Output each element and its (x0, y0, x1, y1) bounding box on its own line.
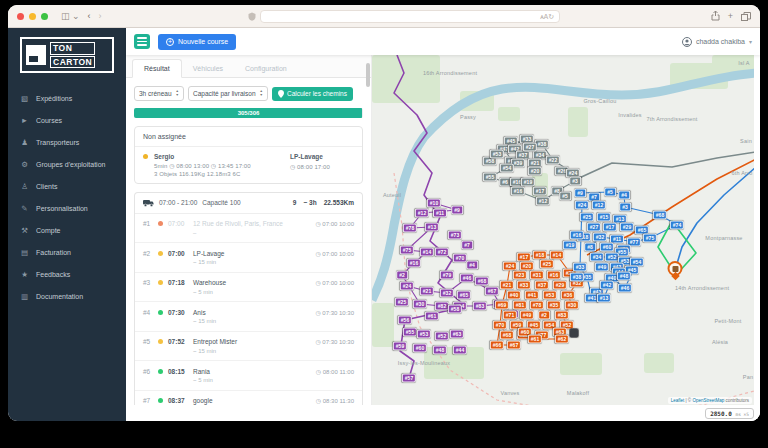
depot-marker[interactable] (668, 261, 683, 279)
stop-marker[interactable]: #14 (550, 251, 564, 260)
stop-marker[interactable]: #5 (604, 188, 616, 197)
stop-marker[interactable]: #79 (440, 271, 454, 280)
stop-marker[interactable]: #35 (547, 301, 561, 310)
stop-marker[interactable]: #12 (592, 201, 606, 210)
back-icon[interactable]: ‹ (88, 12, 91, 21)
forward-icon[interactable]: › (99, 12, 102, 21)
stop-marker[interactable]: #27 (523, 143, 537, 152)
stop-marker[interactable]: #21 (420, 287, 434, 296)
stop-marker[interactable]: #29 (620, 223, 634, 232)
stop-marker[interactable]: #75 (400, 246, 414, 255)
stop-marker[interactable]: #15 (597, 213, 611, 222)
tab[interactable]: Configuration (234, 60, 298, 77)
stop-marker[interactable]: #38 (570, 273, 584, 282)
stop-marker[interactable]: #49 (520, 311, 534, 320)
stop-marker[interactable]: #42 (600, 281, 614, 290)
stop-marker[interactable]: #24 (575, 201, 589, 210)
stop-marker[interactable]: #20 (528, 167, 542, 176)
stop-marker[interactable]: #68 (475, 277, 489, 286)
stop-marker[interactable]: #74 (670, 221, 684, 230)
stop-marker[interactable]: #78 (403, 224, 417, 233)
stop-marker[interactable]: #9 (574, 189, 586, 198)
stop-marker[interactable]: #8 (584, 243, 596, 252)
sidebar-item[interactable]: ♟ Transporteurs (8, 131, 126, 153)
sidebar-item[interactable]: ▥ Documentation (8, 285, 126, 307)
stop-marker[interactable]: #21 (500, 281, 514, 290)
stop-marker[interactable]: #38 (535, 140, 549, 149)
tab[interactable]: Véhicules (182, 60, 234, 77)
stop-marker[interactable]: #31 (530, 271, 544, 280)
stop-marker[interactable]: #16 (547, 271, 561, 280)
stop-marker[interactable]: #16 (511, 187, 525, 196)
stop-marker[interactable]: #36 (561, 291, 575, 300)
sidebar-item[interactable]: ⚒ Compte (8, 219, 126, 241)
stop-marker[interactable]: #41 (525, 291, 539, 300)
stop-marker[interactable]: #63 (450, 330, 464, 339)
stop-marker[interactable]: #44 (453, 346, 467, 355)
stop-marker[interactable]: #67 (507, 341, 521, 350)
route-header[interactable]: 07:00 - 21:00 Capacité 100 9 ~ 3h 22.553… (135, 193, 362, 214)
stop-marker[interactable]: #25 (540, 260, 554, 269)
stop-marker[interactable]: #9 (451, 206, 463, 215)
sidebar-item[interactable]: ✎ Personnalisation (8, 197, 126, 219)
translate-icon[interactable]: 🗚 (540, 13, 548, 20)
stop-marker[interactable]: #33 (517, 281, 531, 290)
tab-overview-icon[interactable] (741, 12, 751, 21)
stop-marker[interactable]: #71 (503, 311, 517, 320)
maximize-window-button[interactable] (41, 13, 48, 20)
stop-marker[interactable]: #55 (403, 328, 417, 337)
stop-marker[interactable]: #48 (617, 272, 631, 281)
stop-marker[interactable]: #20 (520, 262, 534, 271)
stop-marker[interactable]: #65 (457, 291, 471, 300)
stop-marker[interactable]: #23 (513, 271, 527, 280)
stop-marker[interactable]: #32 (593, 233, 607, 242)
stop-marker[interactable]: #2 (396, 271, 408, 280)
stop-marker[interactable]: #25 (580, 213, 594, 222)
stop-row[interactable]: #6 08:15 Rania ~ 5 min ◷ 08:00 11:00 (135, 361, 362, 391)
stop-marker[interactable]: #3 (619, 203, 631, 212)
stop-marker[interactable]: #78 (530, 301, 544, 310)
stop-marker[interactable]: #7 (461, 241, 473, 250)
stop-marker[interactable]: #69 (495, 301, 509, 310)
stop-marker[interactable]: #17 (517, 253, 531, 262)
stop-marker[interactable]: #68 (500, 331, 514, 340)
stop-row[interactable]: #3 07:18 Warehouse ~ 5 min ◷ 07:00 10:00 (135, 273, 362, 303)
stop-marker[interactable]: #3 (569, 177, 581, 186)
stop-marker[interactable]: #72 (435, 248, 449, 257)
stop-marker[interactable]: #70 (453, 254, 467, 263)
stop-marker[interactable]: #12 (415, 209, 429, 218)
stop-marker[interactable]: #53 (490, 150, 504, 159)
stop-marker[interactable]: #46 (460, 274, 474, 283)
stop-marker[interactable]: #13 (597, 294, 611, 303)
stop-marker[interactable]: #18 (533, 251, 547, 260)
unassigned-driver-row[interactable]: Sergio 5min ◷ 08:00 13:00 ◷ 13:45 17:00 … (135, 147, 362, 183)
stop-row[interactable]: #5 07:52 Entrepot Mister ~ 15 min ◷ 07:3… (135, 332, 362, 362)
stop-marker[interactable]: #30 (565, 301, 579, 310)
stop-marker[interactable]: #49 (595, 263, 609, 272)
stop-marker[interactable]: #32 (440, 289, 454, 298)
stop-marker[interactable]: #16 (570, 231, 584, 240)
capacity-select[interactable]: Capacité par livraison ▲▼ (188, 86, 268, 101)
stop-marker[interactable]: #58 (448, 305, 462, 314)
stop-marker[interactable]: #62 (555, 335, 569, 344)
new-course-button[interactable]: + Nouvelle course (158, 34, 236, 50)
stop-marker[interactable]: #40 (507, 291, 521, 300)
stop-row[interactable]: #7 08:37 google ~ 5 min ◷ 08:30 11:30 (135, 391, 362, 406)
stop-marker[interactable]: #27 (587, 223, 601, 232)
stop-marker[interactable]: #4 (618, 191, 630, 200)
stop-marker[interactable]: #22 (546, 156, 560, 165)
stop-marker[interactable] (570, 329, 579, 338)
stop-marker[interactable]: #14 (420, 248, 434, 257)
stop-marker[interactable]: #83 (473, 302, 487, 311)
stop-marker[interactable]: #83 (555, 311, 569, 320)
stop-marker[interactable]: #16 (407, 259, 421, 268)
sidebar-item[interactable]: ▤ Facturation (8, 241, 126, 263)
stop-marker[interactable]: #60 (413, 344, 427, 353)
stop-marker[interactable]: #67 (485, 287, 499, 296)
stop-marker[interactable]: #34 (590, 253, 604, 262)
minimize-window-button[interactable] (29, 13, 36, 20)
stop-row[interactable]: #2 07:00 LP-Lavage ~ 15 min ◷ 07:00 10:0… (135, 243, 362, 273)
stop-marker[interactable]: #33 (573, 263, 587, 272)
stop-marker[interactable]: #75 (643, 234, 657, 243)
stop-marker[interactable]: #10 (427, 199, 441, 208)
